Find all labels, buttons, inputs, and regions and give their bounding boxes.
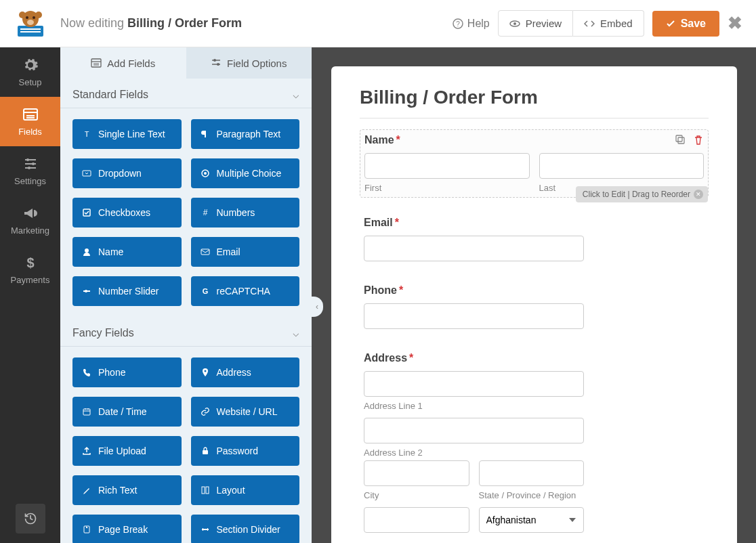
sidenav-marketing[interactable]: Marketing — [0, 196, 60, 245]
svg-text:$: $ — [26, 255, 34, 270]
field-type-number-slider[interactable]: Number Slider — [72, 276, 182, 306]
svg-point-38 — [85, 248, 89, 253]
svg-point-43 — [204, 370, 206, 372]
panel-tabs: Add Fields Field Options — [60, 47, 312, 79]
field-name[interactable]: Name* First Last Click to Edit | Drag to… — [360, 129, 709, 198]
field-name-label: Name* — [364, 134, 400, 146]
app-logo — [0, 0, 60, 47]
save-button[interactable]: Save — [652, 11, 719, 37]
city-input[interactable] — [364, 460, 469, 486]
tab-field-options[interactable]: Field Options — [186, 47, 312, 79]
page-break-icon — [82, 525, 91, 534]
field-type-phone[interactable]: Phone — [72, 357, 182, 387]
field-type-checkboxes[interactable]: Checkboxes — [72, 198, 182, 227]
edit-hint[interactable]: Click to Edit | Drag to Reorder ✕ — [576, 186, 708, 202]
sidenav-fields[interactable]: Fields — [0, 97, 60, 146]
numbers-icon: # — [201, 208, 210, 217]
help-link[interactable]: ? Help — [453, 18, 490, 30]
checkboxes-icon — [82, 208, 91, 217]
state-input[interactable] — [479, 460, 585, 486]
field-type-email[interactable]: Email — [191, 237, 300, 267]
eye-icon — [509, 18, 520, 29]
form-canvas: Billing / Order Form Name* First Last Cl… — [331, 66, 737, 543]
trash-icon[interactable] — [693, 135, 704, 146]
phone-icon — [82, 368, 91, 377]
svg-rect-49 — [202, 487, 205, 494]
dropdown-icon — [82, 169, 91, 178]
panel-collapse-handle[interactable]: ‹ — [311, 297, 323, 317]
country-select[interactable]: Afghanistan — [479, 507, 585, 533]
field-type-paragraph-text[interactable]: Paragraph Text — [191, 119, 300, 149]
side-nav: Setup Fields Settings Marketing $ Paymen… — [0, 47, 60, 543]
standard-field-grid: TSingle Line TextParagraph TextDropdownM… — [60, 108, 312, 317]
date-time-icon — [82, 407, 91, 416]
svg-rect-44 — [83, 409, 90, 415]
svg-rect-1 — [20, 28, 41, 30]
field-phone-label: Phone* — [364, 284, 705, 297]
postal-input[interactable] — [364, 507, 469, 533]
field-type-file-upload[interactable]: File Upload — [72, 436, 182, 466]
editing-prefix: Now editing — [60, 16, 124, 30]
duplicate-icon[interactable] — [675, 135, 686, 146]
restore-button[interactable] — [16, 504, 45, 534]
field-type-page-break[interactable]: Page Break — [72, 515, 182, 543]
svg-rect-57 — [676, 135, 682, 142]
field-email[interactable]: Email* — [360, 213, 709, 265]
field-type-date-time[interactable]: Date / Time — [72, 397, 182, 427]
svg-text:?: ? — [456, 20, 460, 28]
field-type-rich-text[interactable]: Rich Text — [72, 475, 182, 505]
address-line2-input[interactable] — [364, 418, 584, 443]
embed-button[interactable]: Embed — [573, 10, 644, 37]
field-address[interactable]: Address* Address Line 1 Address Line 2 C… — [360, 348, 709, 537]
svg-rect-39 — [201, 249, 209, 255]
tab-add-fields[interactable]: Add Fields — [60, 47, 186, 79]
field-phone[interactable]: Phone* — [360, 280, 709, 333]
field-type-name[interactable]: Name — [72, 237, 182, 267]
sidenav-setup[interactable]: Setup — [0, 47, 60, 97]
field-type-dropdown[interactable]: Dropdown — [72, 158, 182, 188]
gear-icon — [22, 57, 39, 73]
svg-point-29 — [213, 59, 216, 62]
field-type-multiple-choice[interactable]: Multiple Choice — [191, 158, 300, 188]
name-icon — [82, 247, 91, 257]
single-line-text-icon: T — [82, 129, 91, 139]
options-icon — [211, 58, 222, 68]
fancy-field-grid: PhoneAddressDate / TimeWebsite / URLFile… — [60, 347, 312, 543]
email-input[interactable] — [364, 236, 584, 261]
preview-button[interactable]: Preview — [498, 10, 573, 37]
hint-close-icon[interactable]: ✕ — [694, 190, 703, 199]
svg-point-31 — [217, 63, 219, 66]
field-type-address[interactable]: Address — [191, 357, 300, 387]
section-divider-icon — [201, 525, 210, 534]
field-type-single-line-text[interactable]: TSingle Line Text — [72, 119, 182, 149]
fields-panel: Add Fields Field Options Standard Fields… — [60, 47, 312, 543]
svg-rect-33 — [83, 171, 91, 176]
svg-rect-24 — [91, 59, 101, 67]
field-address-label: Address* — [364, 352, 705, 364]
editing-title: Now editing Billing / Order Form — [60, 16, 242, 30]
field-type-layout[interactable]: Layout — [191, 475, 300, 505]
phone-input[interactable] — [364, 303, 584, 329]
last-name-input[interactable] — [539, 153, 705, 179]
svg-rect-50 — [206, 487, 209, 494]
field-type-recaptcha[interactable]: GreCAPTCHA — [191, 276, 300, 306]
field-type-password[interactable]: Password — [191, 436, 300, 466]
field-type-section-divider[interactable]: Section Divider — [191, 515, 300, 543]
field-type-website-url[interactable]: Website / URL — [191, 397, 300, 427]
svg-point-22 — [28, 167, 30, 169]
recaptcha-icon: G — [201, 286, 210, 296]
file-upload-icon — [82, 446, 91, 456]
sidenav-settings[interactable]: Settings — [0, 146, 60, 196]
dollar-icon: $ — [22, 255, 39, 271]
first-name-input[interactable] — [364, 153, 530, 179]
address-line1-sublabel: Address Line 1 — [364, 401, 705, 411]
help-icon: ? — [453, 18, 463, 29]
address-line1-input[interactable] — [364, 371, 584, 397]
svg-text:G: G — [202, 287, 208, 295]
section-standard-fields[interactable]: Standard Fields ⌵ — [60, 79, 312, 108]
svg-point-8 — [27, 20, 34, 25]
sidenav-payments[interactable]: $ Payments — [0, 245, 60, 295]
section-fancy-fields[interactable]: Fancy Fields ⌵ — [60, 317, 312, 347]
field-type-numbers[interactable]: #Numbers — [191, 198, 300, 227]
close-icon[interactable]: ✖ — [728, 13, 742, 34]
